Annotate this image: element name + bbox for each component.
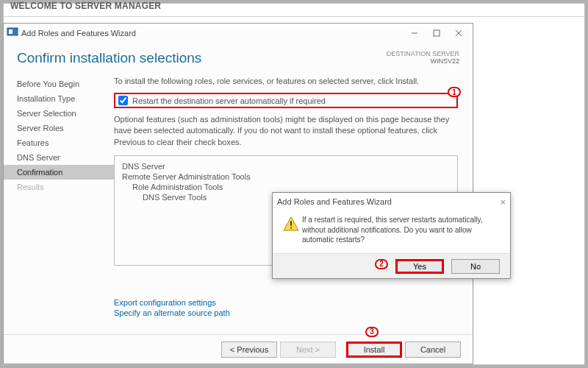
sidebar-item-confirmation[interactable]: Confirmation (4, 165, 114, 180)
sidebar-item-server-selection[interactable]: Server Selection (4, 106, 114, 121)
no-button[interactable]: No (451, 259, 500, 274)
next-button: Next > (280, 342, 336, 358)
sidebar-item-features[interactable]: Features (4, 135, 114, 150)
annotation-2: 2 (375, 259, 388, 269)
divider (3, 16, 585, 17)
welcome-heading: WELCOME TO SERVER MANAGER (10, 1, 161, 11)
annotation-1: 1 (448, 87, 461, 97)
cancel-button[interactable]: Cancel (405, 342, 461, 358)
previous-button[interactable]: < Previous (221, 342, 277, 358)
wizard-footer: < Previous Next > 3 Install Cancel (4, 334, 473, 364)
feature-item: Role Administration Tools (132, 183, 450, 191)
alternate-source-link[interactable]: Specify an alternate source path (114, 308, 458, 317)
wizard-sidebar: Before You Begin Installation Type Serve… (4, 72, 114, 334)
dialog-body: If a restart is required, this server re… (273, 210, 510, 253)
export-config-link[interactable]: Export configuration settings (114, 298, 458, 307)
dialog-titlebar: Add Roles and Features Wizard × (273, 193, 510, 210)
destination-label: DESTINATION SERVER (387, 50, 459, 57)
wizard-header: Confirm installation selections DESTINAT… (4, 43, 473, 72)
yes-button[interactable]: Yes (395, 259, 444, 274)
destination-value: WINSV22 (387, 57, 459, 65)
svg-rect-1 (9, 29, 12, 34)
sidebar-item-installation-type[interactable]: Installation Type (4, 91, 114, 106)
restart-checkbox-row: Restart the destination server automatic… (114, 93, 458, 108)
maximize-button[interactable] (426, 25, 448, 41)
svg-rect-8 (290, 227, 292, 229)
svg-rect-7 (290, 221, 292, 225)
install-button[interactable]: Install (346, 342, 402, 358)
optional-text: Optional features (such as administratio… (114, 114, 458, 148)
sidebar-item-before-you-begin[interactable]: Before You Begin (4, 77, 114, 91)
restart-checkbox[interactable] (118, 96, 128, 105)
feature-item: DNS Server (122, 162, 450, 171)
page-heading: Confirm installation selections (17, 50, 387, 66)
window-title: Add Roles and Features Wizard (21, 29, 404, 38)
links-area: Export configuration settings Specify an… (114, 298, 458, 317)
dialog-message: If a restart is required, this server re… (302, 215, 503, 249)
dialog-footer: 2 Yes No (273, 253, 510, 278)
feature-item: Remote Server Administration Tools (122, 172, 450, 181)
restart-confirm-dialog: Add Roles and Features Wizard × If a res… (272, 192, 511, 279)
sidebar-item-results: Results (4, 180, 114, 194)
warning-icon (280, 215, 302, 249)
sidebar-item-dns-server[interactable]: DNS Server (4, 150, 114, 165)
destination-info: DESTINATION SERVER WINSV22 (387, 50, 459, 66)
minimize-button[interactable] (404, 25, 426, 41)
restart-checkbox-label: Restart the destination server automatic… (132, 96, 326, 105)
wizard-icon (7, 26, 21, 40)
dialog-title: Add Roles and Features Wizard (277, 197, 500, 206)
sidebar-item-server-roles[interactable]: Server Roles (4, 121, 114, 135)
annotation-3: 3 (365, 327, 379, 337)
intro-text: To install the following roles, role ser… (114, 77, 458, 85)
svg-rect-3 (434, 30, 440, 36)
titlebar: Add Roles and Features Wizard (4, 24, 473, 43)
close-button[interactable] (448, 25, 470, 41)
dialog-close-icon[interactable]: × (500, 197, 506, 208)
